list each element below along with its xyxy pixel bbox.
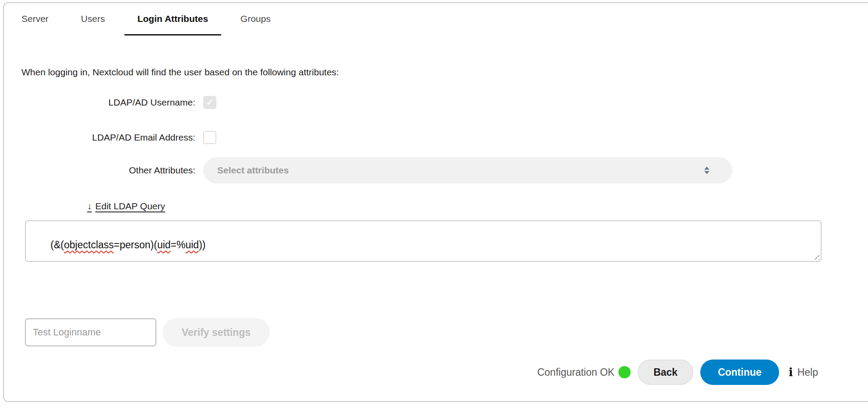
username-attribute-row: LDAP/AD Username: ✓: [21, 96, 868, 109]
query-segment-misspelled: objectclass: [64, 239, 114, 250]
other-attributes-select[interactable]: Select attributes: [203, 157, 732, 183]
verify-settings-button[interactable]: Verify settings: [162, 318, 270, 347]
edit-ldap-query-link[interactable]: ↓Edit LDAP Query: [87, 201, 165, 212]
help-label: Help: [797, 367, 818, 378]
other-attributes-label: Other Attributes:: [21, 165, 195, 176]
username-attribute-label: LDAP/AD Username:: [21, 97, 195, 108]
query-segment: =%: [171, 239, 186, 250]
textarea-resize-handle[interactable]: [812, 252, 819, 260]
help-link[interactable]: i Help: [789, 366, 818, 379]
ldap-wizard-panel: Server Users Login Attributes Groups Whe…: [3, 2, 868, 402]
tab-server[interactable]: Server: [8, 3, 62, 35]
tab-groups[interactable]: Groups: [227, 3, 284, 35]
back-button[interactable]: Back: [638, 360, 693, 385]
unfold-more-icon: [704, 167, 709, 174]
status-ok-icon: [618, 366, 631, 378]
configuration-status-text: Configuration OK: [537, 367, 614, 378]
query-segment-misspelled: uid: [157, 239, 171, 250]
query-segment: (&(: [50, 239, 64, 250]
username-checkbox[interactable]: ✓: [203, 96, 216, 109]
test-loginname-input[interactable]: [25, 318, 156, 346]
ldap-query-textarea[interactable]: (&(objectclass=person)(uid=%uid)): [25, 220, 822, 262]
email-attribute-label: LDAP/AD Email Address:: [21, 132, 195, 143]
query-segment: =person)(: [114, 239, 157, 250]
email-checkbox[interactable]: [203, 131, 216, 144]
query-segment-misspelled: uid: [185, 239, 199, 250]
continue-button[interactable]: Continue: [700, 360, 779, 385]
tab-login-attributes[interactable]: Login Attributes: [124, 3, 221, 35]
down-arrow-icon: ↓: [87, 201, 92, 211]
select-placeholder: Select attributes: [217, 165, 289, 176]
test-login-row: Verify settings: [25, 318, 868, 347]
edit-ldap-query-label: Edit LDAP Query: [95, 201, 166, 211]
query-segment: )): [199, 239, 205, 250]
wizard-tabs: Server Users Login Attributes Groups: [4, 3, 868, 35]
other-attributes-row: Other Attributes: Select attributes: [21, 157, 868, 183]
checkmark-icon: ✓: [206, 97, 214, 108]
tab-content: When logging in, Nextcloud will find the…: [4, 67, 868, 347]
info-icon: i: [789, 366, 793, 379]
email-attribute-row: LDAP/AD Email Address:: [21, 131, 868, 144]
wizard-footer: Configuration OK Back Continue i Help: [537, 359, 818, 385]
tab-users[interactable]: Users: [68, 3, 118, 35]
intro-text: When logging in, Nextcloud will find the…: [21, 67, 868, 78]
